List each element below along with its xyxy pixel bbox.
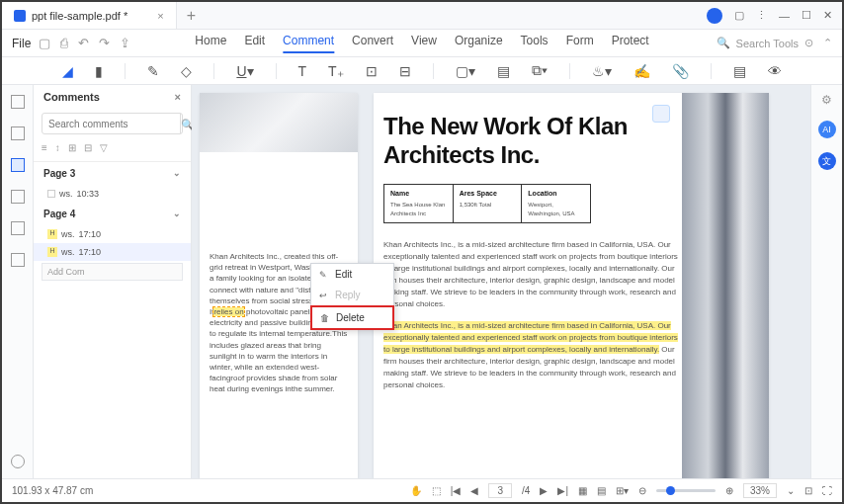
attachment-tool[interactable]: 📎 bbox=[672, 63, 689, 79]
file-menu[interactable]: File bbox=[12, 37, 31, 50]
comments-list-tool[interactable]: ▤ bbox=[733, 63, 746, 79]
underline-tool[interactable]: U▾ bbox=[236, 63, 253, 79]
tab-edit[interactable]: Edit bbox=[244, 34, 265, 53]
pencil-tool[interactable]: ✎ bbox=[147, 63, 159, 79]
new-tab-button[interactable]: + bbox=[177, 7, 206, 25]
save-icon[interactable]: ▢ bbox=[39, 36, 50, 50]
thumbnails-icon[interactable] bbox=[11, 95, 25, 109]
sort-icon[interactable]: ≡ bbox=[42, 142, 47, 153]
collapse-icon[interactable]: ⊟ bbox=[84, 142, 92, 153]
search-panel-icon[interactable] bbox=[11, 221, 25, 235]
redo-icon[interactable]: ↷ bbox=[99, 36, 110, 50]
comment-item[interactable]: H ws. 17:10 bbox=[34, 225, 191, 243]
view-mode2-icon[interactable]: ▤ bbox=[597, 485, 606, 496]
zoom-in-icon[interactable]: ⊕ bbox=[725, 485, 733, 496]
minimize-button[interactable]: — bbox=[779, 10, 790, 22]
textbox-tool[interactable]: ⊡ bbox=[366, 63, 378, 79]
filter-icon[interactable]: ↕ bbox=[55, 142, 60, 153]
document-area[interactable]: Khan Architects Inc., created this off-g… bbox=[192, 85, 810, 478]
zoom-slider[interactable] bbox=[656, 489, 716, 492]
file-tab[interactable]: ppt file-sample.pdf * × bbox=[2, 2, 177, 29]
next-page-icon[interactable]: ▶ bbox=[540, 485, 548, 496]
tab-comment[interactable]: Comment bbox=[283, 34, 334, 53]
collapse-icon[interactable]: ⊙ bbox=[804, 37, 813, 49]
highlight-tool[interactable]: ◢ bbox=[62, 63, 73, 79]
comments-search[interactable]: 🔍 bbox=[42, 113, 183, 134]
select-tool-icon[interactable]: ⬚ bbox=[432, 485, 441, 496]
expand-icon[interactable]: ⌃ bbox=[823, 37, 832, 49]
settings-icon[interactable]: ⚙ bbox=[821, 93, 832, 107]
funnel-icon[interactable]: ▽ bbox=[100, 142, 108, 153]
page-image bbox=[200, 93, 358, 152]
menu-edit[interactable]: ✎Edit bbox=[311, 264, 393, 285]
pdf-icon bbox=[14, 10, 26, 22]
comment-item-selected[interactable]: H ws. 17:10 bbox=[34, 243, 191, 261]
marker-tool[interactable]: ▮ bbox=[95, 63, 103, 79]
menu-delete[interactable]: 🗑Delete bbox=[312, 307, 392, 328]
highlighted-text[interactable]: Khan Architects Inc., is a mid-sized arc… bbox=[383, 321, 678, 354]
zoom-value[interactable]: 33% bbox=[743, 483, 777, 498]
hide-tool[interactable]: 👁 bbox=[768, 63, 782, 79]
comment-item[interactable]: ws. 10:33 bbox=[34, 185, 191, 203]
zoom-out-icon[interactable]: ⊖ bbox=[638, 485, 646, 496]
fields-icon[interactable] bbox=[11, 253, 25, 267]
share-icon[interactable]: ⇪ bbox=[120, 36, 130, 50]
chat-icon[interactable]: ▢ bbox=[734, 9, 744, 22]
search-placeholder[interactable]: Search Tools bbox=[736, 38, 799, 49]
first-page-icon[interactable]: |◀ bbox=[451, 485, 462, 496]
tab-form[interactable]: Form bbox=[566, 34, 594, 53]
note-tool[interactable]: ▤ bbox=[497, 63, 510, 79]
measure-tool[interactable]: ⧉▾ bbox=[532, 62, 548, 79]
text-tool[interactable]: T bbox=[298, 63, 307, 79]
last-page-icon[interactable]: ▶| bbox=[557, 485, 568, 496]
callout-tool[interactable]: ⊟ bbox=[399, 63, 411, 79]
translate-icon[interactable]: 文 bbox=[818, 152, 836, 170]
add-comment-input[interactable]: Add Com bbox=[42, 263, 183, 281]
kebab-icon[interactable]: ⋮ bbox=[756, 9, 767, 22]
page-input[interactable]: 3 bbox=[488, 483, 512, 498]
page-4-section[interactable]: Page 4 ⌄ bbox=[34, 203, 191, 225]
separator bbox=[276, 63, 277, 79]
pin-icon[interactable] bbox=[652, 105, 670, 123]
edit-icon: ✎ bbox=[319, 270, 329, 280]
hand-tool-icon[interactable]: ✋ bbox=[410, 485, 422, 496]
signature-tool[interactable]: ✍ bbox=[633, 63, 650, 79]
comments-icon[interactable] bbox=[11, 158, 25, 172]
undo-icon[interactable]: ↶ bbox=[78, 36, 89, 50]
shape-tool[interactable]: ▢▾ bbox=[456, 63, 475, 79]
page-title: The New Work Of Klan Architects Inc. bbox=[383, 113, 680, 170]
bookmarks-icon[interactable] bbox=[11, 126, 25, 140]
zoom-dropdown-icon[interactable]: ⌄ bbox=[787, 485, 795, 496]
print-icon[interactable]: ⎙ bbox=[60, 36, 68, 50]
window-controls: ▢ ⋮ — ☐ ✕ bbox=[707, 8, 842, 24]
checkbox-icon[interactable] bbox=[47, 190, 55, 198]
tab-home[interactable]: Home bbox=[195, 34, 226, 53]
fit-icon[interactable]: ⊡ bbox=[804, 485, 812, 496]
prev-page-icon[interactable]: ◀ bbox=[470, 485, 478, 496]
tab-tools[interactable]: Tools bbox=[521, 34, 549, 53]
close-panel-icon[interactable]: × bbox=[175, 91, 181, 103]
help-icon[interactable] bbox=[11, 455, 25, 468]
ai-icon[interactable]: AI bbox=[818, 121, 836, 138]
tab-convert[interactable]: Convert bbox=[352, 34, 393, 53]
text-add-tool[interactable]: T₊ bbox=[328, 63, 344, 79]
tab-protect[interactable]: Protect bbox=[612, 34, 649, 53]
user-avatar[interactable] bbox=[707, 8, 722, 24]
comment-time: 10:33 bbox=[77, 189, 100, 199]
close-tab-icon[interactable]: × bbox=[157, 10, 163, 22]
fullscreen-icon[interactable]: ⛶ bbox=[822, 485, 832, 496]
eraser-tool[interactable]: ◇ bbox=[181, 63, 192, 79]
highlighted-text[interactable]: relies on bbox=[213, 307, 243, 316]
view-mode-icon[interactable]: ▦ bbox=[578, 485, 587, 496]
attachments-icon[interactable] bbox=[11, 190, 25, 204]
view-mode3-icon[interactable]: ⊞▾ bbox=[616, 485, 629, 496]
maximize-button[interactable]: ☐ bbox=[802, 9, 811, 22]
tab-organize[interactable]: Organize bbox=[455, 34, 503, 53]
expand-icon[interactable]: ⊞ bbox=[68, 142, 76, 153]
page-3-section[interactable]: Page 3 ⌄ bbox=[34, 162, 191, 185]
stamp-tool[interactable]: ♨▾ bbox=[592, 63, 612, 79]
tab-view[interactable]: View bbox=[411, 34, 437, 53]
close-window-button[interactable]: ✕ bbox=[823, 9, 832, 22]
search-input[interactable] bbox=[42, 119, 180, 129]
comment-user: ws. bbox=[61, 247, 75, 257]
